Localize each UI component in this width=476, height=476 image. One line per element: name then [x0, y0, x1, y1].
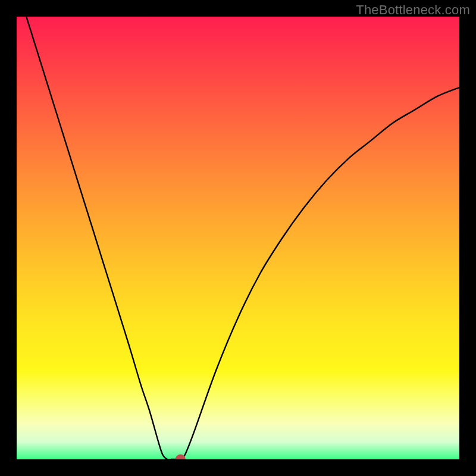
- bottleneck-curve-path: [17, 17, 459, 459]
- plot-area: [17, 17, 459, 459]
- chart-svg: [17, 17, 459, 459]
- watermark-text: TheBottleneck.com: [356, 2, 470, 18]
- minimum-marker-dot: [176, 455, 185, 459]
